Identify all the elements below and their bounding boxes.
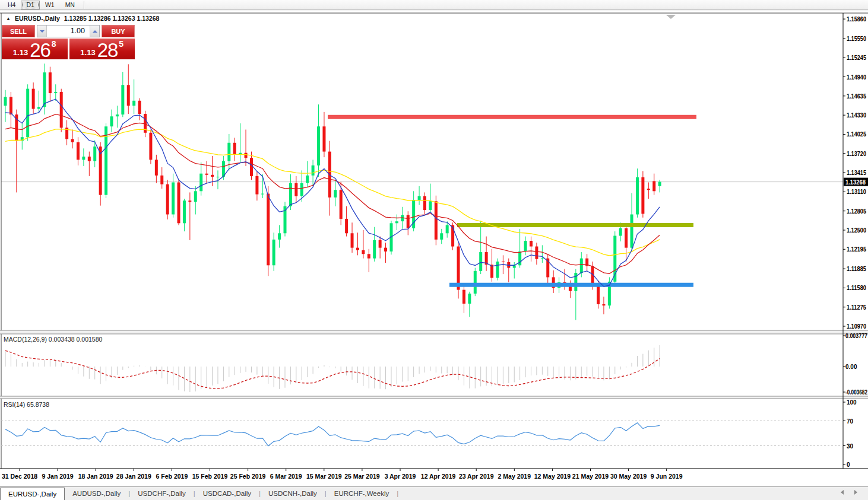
svg-text:0.003777: 0.003777 [845, 333, 867, 339]
trading-terminal: H4D1W1MN 1.158601.155501.152451.149401.1… [0, 0, 868, 500]
panel-frames [0, 13, 868, 469]
svg-text:9 Jun 2019: 9 Jun 2019 [651, 473, 683, 480]
buy-price-display[interactable]: 1.13 28 5 [69, 39, 135, 59]
svg-text:-0.003682: -0.003682 [845, 389, 867, 396]
sell-price-big: 26 [30, 42, 50, 58]
arrow-down-icon [40, 30, 45, 33]
candles-layer[interactable] [4, 63, 661, 320]
svg-text:1.13720: 1.13720 [847, 151, 866, 157]
chart-symbol-header: ▲ EURUSD-,Daily 1.13285 1.13286 1.13263 … [6, 15, 159, 22]
svg-text:1.14025: 1.14025 [847, 131, 866, 138]
chart-tab-bar: EURUSD-,DailyAUDUSD-,Daily|USDCHF-,Daily… [0, 486, 868, 500]
svg-text:1.13268: 1.13268 [845, 179, 866, 186]
ma-fast [5, 99, 660, 286]
timeframe-toolbar: H4D1W1MN [0, 0, 868, 10]
volume-decrease-button[interactable] [37, 26, 47, 37]
svg-text:1.11275: 1.11275 [847, 304, 866, 311]
timeframe-button-mn[interactable]: MN [60, 1, 80, 9]
tab-scroll-controls [841, 490, 857, 495]
symbol-name: EURUSD-,Daily [15, 15, 60, 22]
svg-text:1.15550: 1.15550 [847, 36, 866, 42]
svg-text:6 Feb 2019: 6 Feb 2019 [156, 473, 188, 480]
collapse-triangle-icon[interactable]: ▲ [6, 16, 11, 21]
svg-text:1.10970: 1.10970 [847, 323, 866, 330]
svg-text:0.00: 0.00 [845, 364, 857, 370]
svg-text:1.14330: 1.14330 [847, 112, 866, 119]
one-click-trade-panel: SELL 1.00 BUY 1.13 26 8 1.13 28 5 [2, 25, 135, 59]
rsi-indicator-label: RSI(14) 65.8738 [4, 401, 49, 408]
svg-text:12 Apr 2019: 12 Apr 2019 [421, 473, 456, 480]
svg-text:70: 70 [847, 418, 854, 425]
svg-text:12 May 2019: 12 May 2019 [534, 473, 571, 480]
svg-text:1.12195: 1.12195 [847, 246, 866, 253]
tab-scroll-right-icon[interactable] [854, 490, 857, 495]
date-axis[interactable]: 31 Dec 20189 Jan 201918 Jan 201928 Jan 2… [2, 469, 683, 480]
tab-usdcnh-daily[interactable]: USDCNH-,Daily [261, 488, 325, 500]
macd-signal-line [5, 351, 660, 388]
timeframe-button-w1[interactable]: W1 [40, 1, 60, 9]
svg-text:30: 30 [847, 443, 854, 450]
timeframe-button-d1[interactable]: D1 [21, 1, 39, 9]
svg-text:25 Feb 2019: 25 Feb 2019 [230, 473, 266, 480]
svg-text:0: 0 [847, 461, 850, 468]
tab-scroll-left-icon[interactable] [841, 490, 844, 495]
ma-medium [5, 114, 660, 274]
svg-text:3 Apr 2019: 3 Apr 2019 [385, 473, 416, 480]
svg-text:1.15860: 1.15860 [847, 16, 866, 23]
svg-text:23 Apr 2019: 23 Apr 2019 [459, 473, 494, 480]
tab-separator: | [397, 488, 398, 500]
sell-price-display[interactable]: 1.13 26 8 [2, 39, 68, 59]
svg-text:21 May 2019: 21 May 2019 [572, 473, 609, 480]
toolbar-divider [84, 1, 84, 9]
tab-eurchf-weekly[interactable]: EURCHF-,Weekly [327, 488, 397, 500]
buy-price-big: 28 [97, 42, 118, 58]
tab-usdchf-daily[interactable]: USDCHF-,Daily [130, 488, 194, 500]
volume-increase-button[interactable] [90, 26, 99, 37]
svg-text:1.14940: 1.14940 [847, 74, 866, 81]
buy-price-pip: 5 [119, 39, 123, 49]
buy-button[interactable]: BUY [102, 25, 135, 37]
drawn-objects-layer[interactable] [328, 117, 696, 285]
svg-text:1.13415: 1.13415 [847, 170, 866, 176]
svg-text:30 May 2019: 30 May 2019 [610, 473, 647, 480]
svg-text:1.13110: 1.13110 [847, 189, 866, 195]
svg-text:9 Jan 2019: 9 Jan 2019 [42, 473, 74, 480]
sell-price-pip: 8 [52, 39, 56, 49]
volume-stepper: 1.00 [37, 25, 100, 37]
svg-text:31 Dec 2018: 31 Dec 2018 [2, 473, 37, 480]
chart-shift-icon [666, 15, 676, 19]
macd-indicator-label: MACD(12,26,9) 0.003438 0.001580 [4, 336, 102, 343]
symbol-ohlc-values: 1.13285 1.13286 1.13263 1.13268 [64, 15, 160, 22]
svg-text:1.12805: 1.12805 [847, 208, 866, 215]
svg-text:1.12500: 1.12500 [847, 227, 866, 234]
tab-eurusd-daily[interactable]: EURUSD-,Daily [0, 488, 65, 500]
arrow-up-icon [93, 30, 97, 33]
rsi-line [5, 423, 660, 446]
rsi-panel[interactable] [1, 421, 843, 446]
svg-text:18 Jan 2019: 18 Jan 2019 [78, 473, 113, 480]
svg-text:15 Feb 2019: 15 Feb 2019 [192, 473, 228, 480]
svg-text:15 Mar 2019: 15 Mar 2019 [306, 473, 342, 480]
buy-price-prefix: 1.13 [80, 49, 95, 58]
timeframe-button-h4[interactable]: H4 [2, 1, 21, 9]
tab-usdcad-daily[interactable]: USDCAD-,Daily [195, 488, 259, 500]
svg-text:1.11885: 1.11885 [847, 266, 866, 272]
svg-text:1.14635: 1.14635 [847, 93, 866, 100]
moving-averages-layer [5, 99, 660, 286]
tab-audusd-daily[interactable]: AUDUSD-,Daily [65, 488, 128, 500]
chart-canvas[interactable]: 1.158601.155501.152451.149401.146351.143… [0, 11, 868, 486]
svg-text:1.11580: 1.11580 [847, 285, 866, 291]
chart-window: 1.158601.155501.152451.149401.146351.143… [0, 11, 868, 486]
svg-text:25 Mar 2019: 25 Mar 2019 [344, 473, 380, 480]
macd-panel[interactable] [5, 345, 660, 392]
svg-text:1.15245: 1.15245 [847, 55, 866, 61]
svg-text:100: 100 [847, 399, 857, 406]
sell-button[interactable]: SELL [2, 25, 35, 37]
sell-price-prefix: 1.13 [13, 49, 28, 58]
svg-text:28 Jan 2019: 28 Jan 2019 [116, 473, 151, 480]
price-axis[interactable]: 1.158601.155501.152451.149401.146351.143… [843, 16, 868, 468]
ma-slow [5, 129, 660, 256]
volume-input[interactable]: 1.00 [47, 26, 90, 37]
svg-text:6 Mar 2019: 6 Mar 2019 [270, 473, 302, 480]
svg-text:2 May 2019: 2 May 2019 [498, 473, 531, 480]
